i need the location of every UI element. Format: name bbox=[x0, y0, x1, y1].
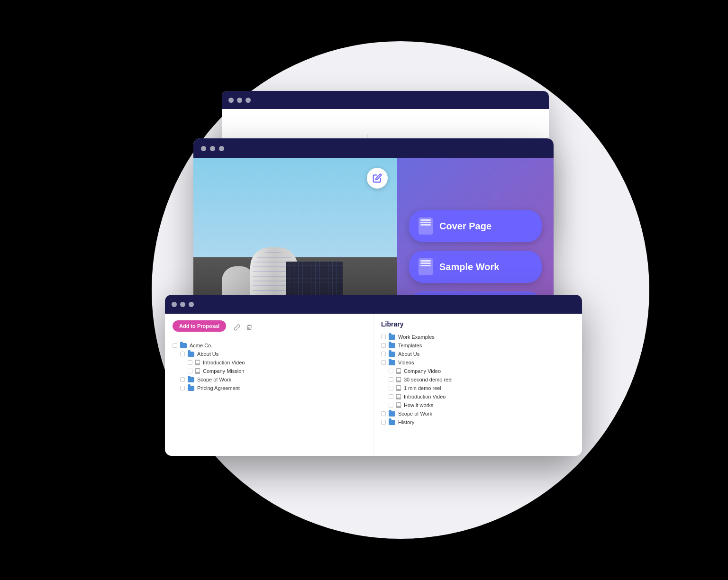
checkbox[interactable] bbox=[389, 386, 393, 390]
folder-icon bbox=[389, 420, 395, 425]
tree-label: Scope of Work bbox=[398, 411, 432, 417]
tree-label: Work Examples bbox=[398, 334, 435, 340]
checkbox[interactable] bbox=[188, 360, 192, 365]
tree-label: Scope of Work bbox=[197, 377, 231, 382]
checkbox[interactable] bbox=[389, 377, 393, 382]
checkbox[interactable] bbox=[381, 360, 386, 365]
tree-label: 30 second demo reel bbox=[404, 377, 453, 382]
dot-2 bbox=[180, 302, 185, 307]
dot-2 bbox=[210, 146, 215, 151]
tree-label: Company Video bbox=[404, 368, 441, 374]
tree-label: Videos bbox=[398, 360, 414, 365]
tree-label: History bbox=[398, 419, 414, 425]
checkbox[interactable] bbox=[381, 411, 386, 416]
dot-3 bbox=[246, 98, 251, 103]
checkbox[interactable] bbox=[381, 352, 386, 356]
file-icon bbox=[396, 377, 401, 382]
lib-item-history[interactable]: History bbox=[381, 418, 574, 426]
tree-label: About Us bbox=[197, 351, 218, 357]
lib-item-intro-video[interactable]: Introduction Video bbox=[381, 392, 574, 401]
checkbox[interactable] bbox=[389, 403, 393, 408]
file-icon bbox=[396, 402, 401, 408]
tree-item-intro-video[interactable]: Introduction Video bbox=[173, 358, 365, 367]
lib-item-work-examples[interactable]: Work Examples bbox=[381, 333, 574, 341]
window-front: Add to Proposal Acme Co. bbox=[165, 295, 582, 456]
folder-icon bbox=[389, 411, 395, 417]
dot-1 bbox=[201, 146, 206, 151]
file-icon bbox=[396, 368, 401, 374]
tree-label: Pricing Agreement bbox=[197, 385, 240, 391]
tree-item-acme[interactable]: Acme Co. bbox=[173, 341, 365, 350]
tree-label: Acme Co. bbox=[190, 343, 212, 348]
back-titlebar bbox=[222, 91, 549, 109]
tree-label: Introduction Video bbox=[404, 394, 446, 399]
sample-work-label: Sample Work bbox=[439, 262, 499, 272]
folder-icon bbox=[389, 335, 395, 340]
lib-item-videos[interactable]: Videos bbox=[381, 358, 574, 367]
toolbar-header: Add to Proposal bbox=[173, 320, 365, 336]
tree-label: Company Mission bbox=[203, 368, 244, 374]
tree-label: How it works bbox=[404, 402, 433, 408]
checkbox[interactable] bbox=[381, 335, 386, 339]
checkbox[interactable] bbox=[389, 369, 393, 373]
add-to-proposal-button[interactable]: Add to Proposal bbox=[173, 320, 226, 332]
folder-icon bbox=[188, 386, 194, 391]
tree-item-about-us[interactable]: About Us bbox=[173, 350, 365, 358]
tree-item-company-mission[interactable]: Company Mission bbox=[173, 367, 365, 375]
sample-work-button[interactable]: Sample Work bbox=[409, 251, 542, 283]
edit-button[interactable] bbox=[367, 168, 388, 189]
doc-icon bbox=[419, 258, 433, 275]
checkbox[interactable] bbox=[180, 386, 185, 390]
doc-icon bbox=[419, 218, 433, 235]
dot-3 bbox=[219, 146, 224, 151]
folder-icon bbox=[188, 377, 194, 382]
lib-item-company-video[interactable]: Company Video bbox=[381, 367, 574, 375]
sky-background bbox=[193, 158, 397, 267]
mid-titlebar bbox=[193, 138, 554, 158]
folder-icon bbox=[389, 360, 395, 365]
tree-label: Introduction Video bbox=[203, 360, 245, 365]
dot-1 bbox=[228, 98, 234, 103]
front-titlebar bbox=[165, 295, 582, 314]
tree-label: 1 min demo reel bbox=[404, 385, 441, 391]
proposal-tree-panel: Add to Proposal Acme Co. bbox=[165, 314, 373, 456]
link-icon[interactable] bbox=[234, 324, 240, 333]
file-icon bbox=[396, 394, 401, 399]
folder-icon bbox=[389, 343, 395, 348]
trash-icon[interactable] bbox=[246, 324, 253, 333]
checkbox[interactable] bbox=[180, 377, 185, 382]
library-title: Library bbox=[381, 320, 574, 328]
checkbox[interactable] bbox=[173, 343, 177, 348]
checkbox[interactable] bbox=[381, 343, 386, 348]
file-icon bbox=[396, 385, 401, 391]
lib-item-scope-of-work[interactable]: Scope of Work bbox=[381, 409, 574, 418]
checkbox[interactable] bbox=[389, 394, 393, 399]
dot-1 bbox=[172, 302, 177, 307]
scene-container: Cover Page Sample Work Add to Proposal bbox=[155, 77, 629, 503]
checkbox[interactable] bbox=[188, 369, 192, 373]
checkbox[interactable] bbox=[180, 352, 185, 356]
cover-page-button[interactable]: Cover Page bbox=[409, 210, 542, 242]
toolbar-icons bbox=[234, 324, 253, 333]
lib-item-how-it-works[interactable]: How it works bbox=[381, 401, 574, 409]
file-icon bbox=[195, 360, 200, 365]
tree-label: About Us bbox=[398, 351, 419, 357]
lib-item-templates[interactable]: Templates bbox=[381, 341, 574, 350]
dot-3 bbox=[189, 302, 194, 307]
tree-label: Templates bbox=[398, 343, 422, 348]
checkbox[interactable] bbox=[381, 420, 386, 425]
folder-icon bbox=[188, 352, 194, 357]
folder-icon bbox=[180, 343, 187, 348]
lib-item-30s-demo[interactable]: 30 second demo reel bbox=[381, 375, 574, 384]
lib-item-1min-demo[interactable]: 1 min demo reel bbox=[381, 384, 574, 392]
library-panel: Library Work Examples Templates About Us bbox=[373, 314, 582, 456]
dot-2 bbox=[237, 98, 242, 103]
tree-item-pricing[interactable]: Pricing Agreement bbox=[173, 384, 365, 392]
front-content: Add to Proposal Acme Co. bbox=[165, 314, 582, 456]
lib-item-about-us[interactable]: About Us bbox=[381, 350, 574, 358]
tree-item-scope[interactable]: Scope of Work bbox=[173, 375, 365, 384]
cover-page-label: Cover Page bbox=[439, 221, 491, 232]
file-icon bbox=[195, 368, 200, 374]
folder-icon bbox=[389, 352, 395, 357]
